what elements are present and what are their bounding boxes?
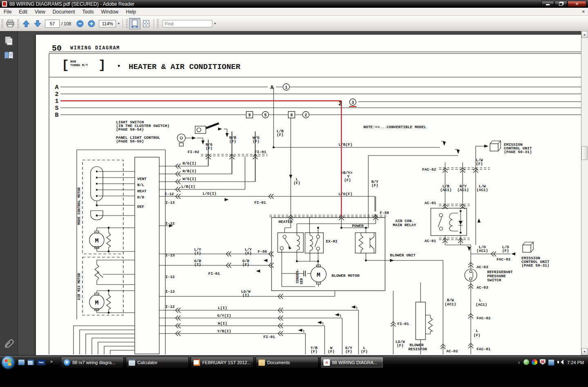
- taskbar-button-88-wiring-diagra[interactable]: A88 WIRING DIAGRA...: [321, 357, 383, 368]
- print-button[interactable]: [4, 18, 16, 29]
- pdf-page: 50WIRING DIAGRAM[]NONTURBO M/T■HEATER & …: [36, 35, 581, 355]
- svg-text:FAC-02: FAC-02: [497, 257, 511, 262]
- menu-item-view[interactable]: View: [31, 9, 49, 15]
- volume-icon[interactable]: [557, 359, 563, 365]
- taskbar-clock[interactable]: 7:24 PM: [567, 360, 584, 365]
- minimize-button[interactable]: [541, 1, 554, 7]
- svg-text:9: 9: [248, 113, 251, 118]
- toolbar-close-icon[interactable]: ✕: [582, 9, 585, 14]
- svg-text:L: L: [476, 329, 478, 333]
- menu-item-window[interactable]: Window: [98, 9, 122, 15]
- svg-text:L/O(F): L/O(F): [339, 192, 352, 196]
- menu-item-file[interactable]: File: [0, 9, 15, 15]
- svg-text:[: [: [62, 58, 69, 72]
- menu-item-tools[interactable]: Tools: [79, 9, 98, 15]
- svg-text:I-12: I-12: [165, 275, 175, 279]
- pages-panel-icon[interactable]: [4, 36, 14, 46]
- svg-text:FI-01: FI-01: [397, 322, 409, 326]
- svg-text:(PAGE 50-31): (PAGE 50-31): [504, 150, 532, 154]
- svg-text:(AC1): (AC1): [440, 188, 452, 192]
- adobe-pdf-icon: A: [323, 359, 330, 366]
- start-button[interactable]: [2, 356, 14, 369]
- svg-text:DEF: DEF: [137, 205, 144, 209]
- svg-text:AIR MIX MOTOR: AIR MIX MOTOR: [77, 273, 81, 300]
- taskbar-button-calculator[interactable]: Calculator: [126, 357, 189, 368]
- scrollbar-thumb[interactable]: [581, 146, 588, 160]
- network-icon[interactable]: [548, 359, 555, 366]
- calculator-icon: [129, 359, 135, 366]
- twc-icon[interactable]: TWC: [37, 359, 46, 365]
- minimize-icon: [546, 4, 550, 5]
- attachments-paperclip-icon[interactable]: [4, 339, 14, 351]
- svg-text:RESISTOR: RESISTOR: [408, 347, 427, 351]
- diagram-labels: 50WIRING DIAGRAM[]NONTURBO M/T■HEATER & …: [52, 44, 550, 354]
- fit-page-button[interactable]: [140, 18, 152, 29]
- find-dropdown-icon[interactable]: ▾: [212, 22, 217, 25]
- svg-text:I-13: I-13: [165, 289, 175, 294]
- svg-text:(AC1): (AC1): [445, 302, 457, 307]
- toolbar-separator: [122, 19, 123, 29]
- svg-text:NON: NON: [70, 60, 76, 63]
- toolbar-grip: [17, 19, 19, 28]
- svg-text:I-12: I-12: [165, 192, 174, 196]
- window-switcher-icon[interactable]: [27, 359, 34, 365]
- svg-text:F-50: F-50: [258, 249, 267, 254]
- tray-collapse-icon[interactable]: ‹: [518, 360, 520, 365]
- page-number-input[interactable]: [45, 20, 60, 28]
- svg-text:G/Y(I): G/Y(I): [217, 314, 231, 318]
- restore-button[interactable]: [555, 1, 567, 7]
- svg-text:AC-03: AC-03: [477, 265, 488, 269]
- toolbar-grip: [157, 19, 159, 28]
- scroll-down-button[interactable]: ▼: [581, 348, 588, 355]
- break-marks: [176, 154, 496, 349]
- update-icon[interactable]: [523, 359, 529, 365]
- taskbar-button-label: Calculator: [137, 360, 158, 365]
- vertical-scrollbar[interactable]: ▲ ▼: [581, 31, 588, 355]
- svg-text:(F): (F): [361, 349, 368, 354]
- svg-text:I-13: I-13: [165, 253, 175, 258]
- color-wheel-icon[interactable]: [532, 359, 537, 365]
- svg-text:(PAGE 50-54): (PAGE 50-54): [116, 127, 144, 132]
- menu-bar: FileEditViewDocumentToolsWindowHelp ✕: [0, 8, 588, 16]
- bookmarks-panel-icon[interactable]: [4, 51, 14, 60]
- svg-text:5: 5: [264, 113, 267, 118]
- svg-text:FAC-02: FAC-02: [477, 316, 491, 320]
- svg-text:2: 2: [305, 113, 307, 118]
- wiring-diagram: 50WIRING DIAGRAM[]NONTURBO M/T■HEATER & …: [36, 35, 581, 355]
- navigation-pane: [0, 31, 18, 355]
- svg-text:(F): (F): [242, 262, 249, 267]
- previous-page-button[interactable]: [20, 18, 32, 29]
- wordpad-document-icon: [194, 359, 200, 366]
- zoom-in-button[interactable]: [86, 18, 97, 29]
- menu-item-help[interactable]: Help: [122, 9, 140, 15]
- connector-lines: [201, 154, 490, 240]
- svg-text:1: 1: [55, 98, 58, 105]
- close-button[interactable]: ✕: [568, 1, 586, 7]
- show-desktop-icon[interactable]: [18, 359, 25, 365]
- svg-text:2: 2: [339, 100, 342, 107]
- svg-text:3: 3: [352, 100, 354, 105]
- taskbar-button-88-rx7-wiring-diagra[interactable]: e88 rx7 wiring diagra...: [61, 357, 124, 368]
- svg-text:H/D: H/D: [137, 195, 144, 200]
- menu-item-edit[interactable]: Edit: [15, 9, 31, 15]
- svg-text:BLOWER UNIT: BLOWER UNIT: [390, 253, 416, 258]
- svg-text:(F): (F): [245, 251, 252, 256]
- taskbar-button-february-1st-2012[interactable]: FEBRUARY 1ST 2012...: [191, 357, 254, 368]
- svg-text:(I): (I): [194, 262, 201, 267]
- svg-text:(F): (F): [396, 343, 403, 348]
- zoom-dropdown-icon[interactable]: ▾: [116, 22, 121, 25]
- mcafee-shield-icon[interactable]: M: [540, 359, 546, 365]
- quick-launch-overflow-icon[interactable]: »: [50, 359, 53, 364]
- next-page-button[interactable]: [32, 18, 43, 29]
- zoom-out-button[interactable]: [74, 18, 86, 29]
- svg-text:(F): (F): [293, 181, 300, 185]
- svg-text:A: A: [270, 85, 274, 91]
- scroll-up-button[interactable]: ▲: [581, 31, 588, 38]
- fit-width-button[interactable]: [129, 18, 140, 29]
- menu-item-document[interactable]: Document: [49, 9, 79, 15]
- find-input[interactable]: [163, 20, 212, 27]
- svg-text:(F): (F): [252, 139, 259, 144]
- taskbar-button-documents[interactable]: Documents: [256, 357, 318, 368]
- zoom-level-value[interactable]: 114%: [99, 20, 116, 27]
- svg-text:I-12: I-12: [165, 221, 175, 226]
